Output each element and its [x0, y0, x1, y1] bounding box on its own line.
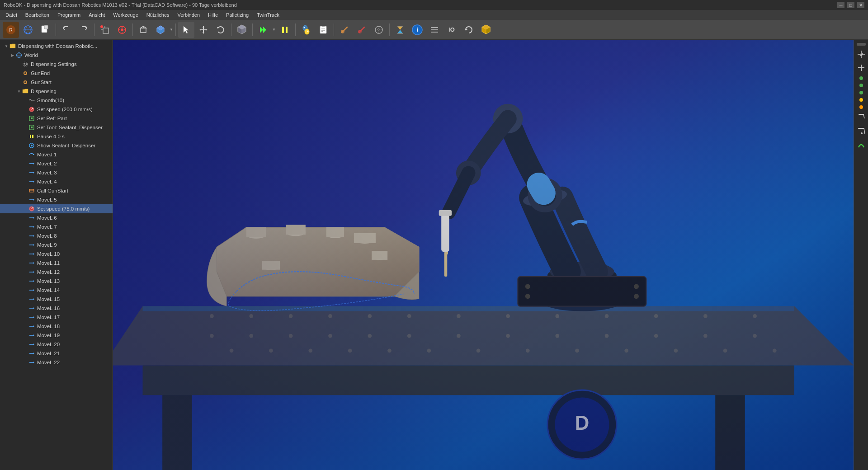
- tree-item-15[interactable]: MoveL 4: [0, 177, 113, 186]
- python-button[interactable]: [298, 22, 314, 38]
- tree-item-32[interactable]: MoveL 19: [0, 331, 113, 340]
- menu-item-nützliches[interactable]: Nützliches: [143, 11, 173, 19]
- new-button[interactable]: [37, 22, 53, 38]
- menu-item-twintrack[interactable]: TwinTrack: [253, 11, 283, 19]
- tree-item-27[interactable]: MoveL 14: [0, 286, 113, 295]
- tree-item-12[interactable]: MoveJ 1: [0, 150, 113, 159]
- tree-item-23[interactable]: MoveL 10: [0, 249, 113, 258]
- tree-item-18[interactable]: Set speed (75.0 mm/s): [0, 204, 113, 213]
- sync-button[interactable]: [461, 22, 477, 38]
- menu-item-palletizing[interactable]: Palletizing: [222, 11, 252, 19]
- tree-expand-5[interactable]: ▼: [16, 88, 22, 95]
- tree-expand-1[interactable]: ▶: [10, 52, 15, 59]
- right-crosshair-button[interactable]: [855, 48, 868, 61]
- toolbar-separator-9: [389, 24, 390, 36]
- right-arc-tool[interactable]: [855, 138, 868, 151]
- redo-button[interactable]: [75, 22, 92, 38]
- select-button[interactable]: [178, 22, 194, 38]
- colored-cube-button[interactable]: [152, 22, 169, 38]
- tool2-button[interactable]: [354, 22, 370, 38]
- tree-item-3[interactable]: GunEnd: [0, 69, 113, 78]
- tree-item-26[interactable]: MoveL 13: [0, 277, 113, 286]
- svg-marker-26: [199, 29, 201, 31]
- tree-item-2[interactable]: Dispensing Settings: [0, 60, 113, 69]
- tree-expand-0[interactable]: ▼: [4, 42, 9, 50]
- tree-item-14[interactable]: MoveL 3: [0, 168, 113, 177]
- tree-item-4[interactable]: GunStart: [0, 78, 113, 87]
- list-view-button[interactable]: [426, 22, 443, 38]
- tree-item-10[interactable]: Pause 4.0 s: [0, 132, 113, 141]
- close-button[interactable]: ✕: [857, 2, 864, 8]
- tree-item-24[interactable]: MoveL 11: [0, 258, 113, 268]
- cube-dropdown[interactable]: ▼: [170, 22, 173, 38]
- tree-expand-27: [23, 287, 28, 294]
- tree-item-29[interactable]: MoveL 16: [0, 304, 113, 313]
- undo-button[interactable]: [58, 22, 75, 38]
- minimize-button[interactable]: ─: [837, 2, 844, 8]
- tree-item-17[interactable]: MoveL 5: [0, 195, 113, 204]
- io-button[interactable]: IO: [443, 22, 460, 38]
- play-fast-button[interactable]: [255, 22, 271, 38]
- tree-item-33[interactable]: MoveL 20: [0, 340, 113, 349]
- tree-item-9[interactable]: Set Tool: Sealant_Dispenser: [0, 123, 113, 132]
- svg-marker-126: [33, 334, 34, 336]
- right-line-tool-1[interactable]: [855, 111, 868, 124]
- globe-button[interactable]: [20, 22, 36, 38]
- add-geometry-button[interactable]: [97, 22, 113, 38]
- menu-item-verbinden[interactable]: Verbinden: [174, 11, 204, 19]
- tree-label-2: Dispensing Settings: [31, 61, 77, 67]
- tree-item-19[interactable]: MoveL 6: [0, 213, 113, 222]
- view3d-button[interactable]: [234, 22, 250, 38]
- tree-item-21[interactable]: MoveL 8: [0, 231, 113, 240]
- menu-item-hilfe[interactable]: Hilfe: [204, 11, 222, 19]
- tree-item-34[interactable]: MoveL 21: [0, 349, 113, 358]
- status-dot-green-2: [859, 84, 863, 87]
- right-line-tool-2[interactable]: [855, 125, 868, 137]
- tree-label-29: MoveL 16: [37, 306, 60, 311]
- box-button[interactable]: [135, 22, 151, 38]
- info-button[interactable]: i: [409, 22, 425, 38]
- tree-expand-25: [23, 268, 28, 276]
- tree-view[interactable]: ▼ Dispensing with Doosan Robotic... ▶ Wo…: [0, 40, 113, 470]
- tree-item-13[interactable]: MoveL 2: [0, 159, 113, 168]
- tree-item-1[interactable]: ▶ World: [0, 51, 113, 60]
- tree-expand-23: [23, 250, 28, 258]
- menu-item-bearbeiten[interactable]: Bearbeiten: [22, 11, 53, 19]
- tree-label-12: MoveJ 1: [37, 152, 57, 157]
- tree-item-22[interactable]: MoveL 9: [0, 240, 113, 249]
- tree-item-6[interactable]: Smooth(10): [0, 96, 113, 105]
- play-dropdown[interactable]: ▼: [272, 22, 276, 38]
- move-button[interactable]: [195, 22, 212, 38]
- program-button[interactable]: [315, 22, 331, 38]
- tool1-button[interactable]: [336, 22, 353, 38]
- tool3-button[interactable]: [371, 22, 387, 38]
- menu-item-werkzeuge[interactable]: Werkzeuge: [109, 11, 142, 19]
- pause-button[interactable]: [277, 22, 293, 38]
- menu-item-programm[interactable]: Programm: [54, 11, 84, 19]
- home-button[interactable]: R: [3, 22, 19, 38]
- target-button[interactable]: [114, 22, 130, 38]
- tree-item-31[interactable]: MoveL 18: [0, 322, 113, 331]
- tree-item-16[interactable]: Call GunStart: [0, 186, 113, 195]
- maximize-button[interactable]: □: [847, 2, 854, 8]
- tree-item-11[interactable]: Show Sealant_Dispenser: [0, 141, 113, 150]
- timer-button[interactable]: [392, 22, 408, 38]
- rotate-button[interactable]: [212, 22, 229, 38]
- package-button[interactable]: [478, 22, 494, 38]
- menu-item-ansicht[interactable]: Ansicht: [85, 11, 108, 19]
- tree-item-28[interactable]: MoveL 15: [0, 295, 113, 304]
- tree-icon-26: [28, 277, 35, 285]
- tree-item-5[interactable]: ▼ Dispensing: [0, 87, 113, 96]
- svg-rect-7: [103, 28, 108, 33]
- tree-item-20[interactable]: MoveL 7: [0, 222, 113, 231]
- menu-item-datei[interactable]: Datei: [2, 11, 21, 19]
- tree-item-7[interactable]: Set speed (200.0 mm/s): [0, 105, 113, 114]
- viewport-3d[interactable]: D: [113, 40, 854, 470]
- tree-item-25[interactable]: MoveL 12: [0, 268, 113, 277]
- tree-item-35[interactable]: MoveL 22: [0, 358, 113, 367]
- tree-item-8[interactable]: Set Ref: Part: [0, 114, 113, 123]
- right-plus-button[interactable]: [855, 61, 868, 74]
- tree-item-30[interactable]: MoveL 17: [0, 313, 113, 322]
- tree-item-0[interactable]: ▼ Dispensing with Doosan Robotic...: [0, 42, 113, 51]
- tree-expand-14: [23, 169, 28, 176]
